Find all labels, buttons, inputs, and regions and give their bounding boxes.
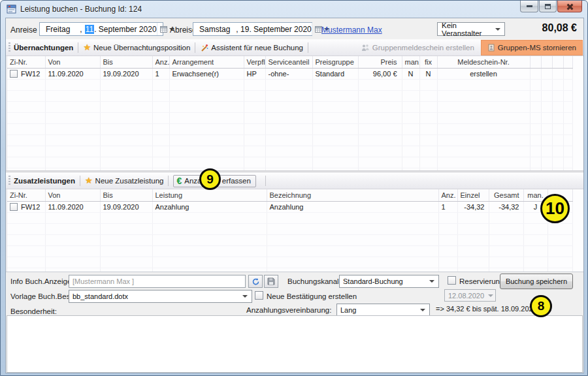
empty-grid-row: [7, 123, 573, 134]
refresh-button[interactable]: [248, 275, 263, 288]
star-icon: ★: [83, 44, 91, 52]
separator: [265, 176, 266, 186]
deposit-agreement-label: Anzahlungsvereinbarung:: [246, 306, 331, 314]
abreise-day: Samstag: [199, 25, 230, 34]
save-icon-button[interactable]: [264, 275, 278, 288]
star-icon: ★: [85, 177, 93, 185]
row-checkbox[interactable]: [10, 70, 18, 78]
anreise-comma: ,: [80, 25, 82, 34]
extras-grid: Zi-Nr. Von Bis Leistung Bezeichnung Anz.…: [7, 189, 583, 272]
deposit-agreement-select[interactable]: Lang: [336, 304, 430, 317]
separator: [168, 176, 169, 186]
special-note-label: Besonderheit:: [10, 307, 57, 315]
overnight-toolbar: Übernachtungen ★ Neue Übernachtungsposit…: [6, 39, 583, 56]
deposit-info-text: => 34,32 € bis spät. 18.09.2020: [436, 305, 537, 313]
close-button[interactable]: [557, 1, 582, 12]
empty-grid-row: [7, 234, 573, 245]
empty-grid-row: [7, 157, 573, 168]
separator: [195, 42, 195, 53]
chevron-down-icon: [242, 295, 248, 298]
chevron-down-icon: [420, 309, 425, 311]
template-label: Vorlage Buch.Best.:: [10, 292, 76, 300]
separator: [78, 42, 78, 53]
reservation-until-checkbox[interactable]: [448, 276, 456, 285]
abreise-rest: , 19. September 2020: [236, 25, 311, 34]
extras-section-title: Zusatzleistungen: [14, 177, 75, 185]
annotation-circle-10: 10: [540, 194, 570, 223]
euro-icon: €: [176, 177, 182, 185]
extras-table: Zi-Nr. Von Bis Leistung Bezeichnung Anz.…: [7, 189, 573, 272]
cancel-group-registration-button[interactable]: Gruppen-MS stornieren: [481, 40, 583, 55]
meldeschein-erstellen-cell[interactable]: erstellen: [437, 68, 530, 79]
separator: [308, 42, 308, 53]
abreise-date-picker[interactable]: Samstag , 19. September 2020: [193, 22, 312, 36]
extras-table-row[interactable]: FW12 11.09.2020 19.09.2020 Anzahlung Anz…: [7, 201, 573, 212]
calendar-icon: [160, 25, 167, 33]
empty-grid-row: [7, 134, 573, 146]
anreise-label: Anreise: [10, 25, 37, 35]
title-bar: Leistung buchen - Buchung Id: 124: [1, 1, 587, 18]
chevron-down-icon: [495, 28, 500, 31]
chevron-down-icon: [429, 280, 434, 283]
overnight-header-row: Zi-Nr. Von Bis Anz. Arrangement Verpfl. …: [7, 56, 573, 68]
booking-footer-panel: Info Buch.Anzeige: Buchungskanal: Standa…: [6, 272, 583, 315]
toolbar-grip: [8, 42, 10, 53]
empty-grid-row: [7, 212, 573, 223]
toolbar-grip: [8, 176, 10, 186]
annotation-circle-8: 8: [530, 295, 552, 317]
special-note-textarea[interactable]: [7, 315, 583, 373]
chevron-down-icon: [488, 294, 493, 297]
app-icon: [7, 4, 17, 14]
anreise-daynum-selected: 11: [85, 25, 94, 34]
close-icon: [566, 3, 573, 10]
overnight-grid: Zi-Nr. Von Bis Anz. Arrangement Verpfl. …: [7, 56, 583, 170]
minimize-icon: [527, 5, 532, 7]
info-display-input[interactable]: [69, 275, 246, 288]
anreise-rest: . September 2020: [94, 25, 156, 34]
empty-grid-row: [7, 146, 573, 157]
refresh-icon: [252, 277, 260, 286]
group-people-icon: [361, 44, 370, 52]
app-window: Leistung buchen - Buchung Id: 124 Anreis…: [0, 0, 588, 376]
empty-grid-row: [7, 257, 573, 268]
reservation-date-field[interactable]: 12.08.2020: [444, 289, 496, 302]
channel-label: Buchungskanal:: [287, 277, 341, 285]
new-overnight-position-button[interactable]: ★ Neue Übernachtungsposition: [83, 44, 190, 52]
empty-grid-row: [7, 245, 573, 257]
anreise-date-picker[interactable]: Freitag , 11 . September 2020: [39, 22, 163, 36]
overnight-section-title: Übernachtungen: [14, 44, 73, 52]
maximize-button[interactable]: [539, 1, 557, 12]
anreise-day: Freitag: [46, 25, 70, 34]
window-content: Anreise Freitag , 11 . September 2020 Ab…: [5, 18, 584, 373]
maximize-icon: [545, 4, 551, 9]
empty-grid-row: [7, 79, 573, 90]
row-checkbox[interactable]: [10, 203, 18, 211]
minimize-button[interactable]: [520, 1, 538, 12]
empty-grid-row: [7, 101, 573, 112]
extras-header-row: Zi-Nr. Von Bis Leistung Bezeichnung Anz.…: [7, 189, 573, 201]
veranstalter-value: Kein Veranstalter: [442, 22, 495, 37]
info-display-label: Info Buch.Anzeige:: [10, 277, 74, 285]
separator: [80, 176, 80, 186]
new-booking-assistant-button[interactable]: Assistent für neue Buchung: [200, 44, 303, 52]
overnight-table: Zi-Nr. Von Bis Anz. Arrangement Verpfl. …: [7, 56, 573, 170]
channel-select[interactable]: Standard-Buchung: [339, 275, 439, 288]
save-booking-button[interactable]: Buchung speichern: [500, 274, 573, 289]
overnight-table-row[interactable]: FW12 11.09.2020 19.09.2020 1 Erwachsene(…: [7, 68, 573, 79]
template-select[interactable]: bb_standard.dotx: [69, 290, 252, 303]
window-title: Leistung buchen - Buchung Id: 124: [20, 5, 142, 14]
save-floppy-icon: [267, 277, 275, 285]
empty-grid-row: [7, 112, 573, 123]
annotation-circle-9: 9: [199, 168, 221, 190]
create-group-registration-button[interactable]: Gruppenmeldeschein erstellen: [361, 44, 474, 52]
empty-grid-row: [7, 223, 573, 234]
new-confirmation-checkbox[interactable]: [255, 291, 263, 300]
magic-wand-icon: [200, 44, 208, 52]
guest-name-link[interactable]: Mustermann Max: [321, 25, 382, 35]
extras-toolbar: Zusatzleistungen ★ Neue Zusatzleistung €…: [6, 172, 583, 189]
booking-header-panel: Anreise Freitag , 11 . September 2020 Ab…: [6, 18, 583, 39]
veranstalter-select[interactable]: Kein Veranstalter: [437, 22, 505, 36]
total-amount: 80,08 €: [542, 22, 577, 34]
empty-grid-row: [7, 90, 573, 101]
new-extra-service-button[interactable]: ★ Neue Zusatzleistung: [85, 177, 164, 185]
